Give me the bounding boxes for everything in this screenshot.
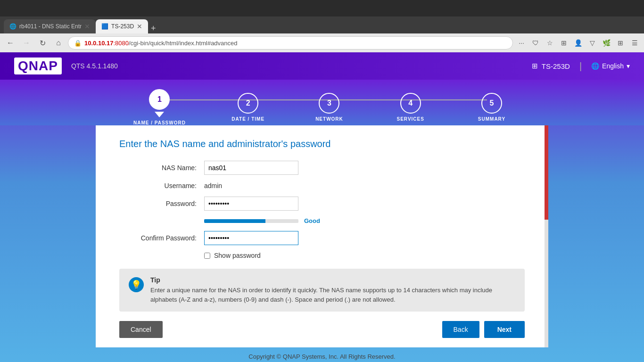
browser-chrome bbox=[0, 0, 644, 16]
security-icon: 🔒 bbox=[74, 40, 82, 47]
step-1: 1 NAME / PASSWORD bbox=[133, 89, 186, 125]
reload-button[interactable]: ↻ bbox=[36, 36, 49, 49]
password-field bbox=[204, 197, 525, 211]
copyright-text: Copyright © QNAP Systems, Inc. All Right… bbox=[0, 347, 644, 362]
tip-icon: 💡 bbox=[129, 277, 144, 292]
language-text: English bbox=[602, 62, 624, 70]
step-4-circle: 4 bbox=[400, 93, 421, 114]
menu-icon[interactable]: ☰ bbox=[629, 37, 640, 49]
username-value: admin bbox=[204, 182, 222, 189]
tab-close-icon[interactable]: ✕ bbox=[84, 23, 90, 30]
confirm-password-label: Confirm Password: bbox=[119, 234, 204, 242]
building-icon: ⊞ bbox=[532, 62, 538, 70]
qnap-header: QNAP QTS 4.5.1.1480 ⊞ TS-253D | 🌐 Englis… bbox=[0, 52, 644, 80]
language-selector[interactable]: 🌐 English ▾ bbox=[591, 62, 630, 70]
nas-name-row: NAS Name: bbox=[119, 161, 525, 175]
show-password-checkbox[interactable] bbox=[204, 253, 210, 259]
globe-icon: 🌐 bbox=[591, 62, 599, 70]
main-panel: Enter the NAS name and administrator's p… bbox=[96, 125, 548, 347]
footer-buttons: Cancel Back Next bbox=[96, 312, 548, 347]
password-row: Password: bbox=[119, 197, 525, 211]
new-tab-button[interactable]: + bbox=[151, 24, 156, 33]
form-title: Enter the NAS name and administrator's p… bbox=[119, 139, 525, 149]
forward-nav-button[interactable]: → bbox=[20, 36, 33, 49]
password-input[interactable] bbox=[204, 197, 298, 211]
step-4-number: 4 bbox=[408, 99, 413, 107]
qts-version: QTS 4.5.1.1480 bbox=[71, 62, 118, 70]
strength-label: Good bbox=[304, 217, 320, 224]
wizard-steps: 1 NAME / PASSWORD 2 DATE / TIME 3 NETWOR… bbox=[0, 80, 644, 125]
step-4-label: SERVICES bbox=[397, 116, 424, 122]
strength-row: Good bbox=[119, 217, 525, 224]
step-3-label: NETWORK bbox=[315, 116, 343, 122]
strength-bar bbox=[204, 219, 265, 223]
nas-name-input[interactable] bbox=[204, 161, 298, 175]
header-right: ⊞ TS-253D | 🌐 English ▾ bbox=[532, 61, 630, 72]
tab-title-active: TS-253D bbox=[111, 23, 134, 30]
apps-icon[interactable]: ⊞ bbox=[615, 37, 626, 49]
step-5-label: SUMMARY bbox=[478, 116, 505, 122]
step-4: 4 SERVICES bbox=[392, 93, 429, 122]
step-5-number: 5 bbox=[490, 99, 494, 107]
address-text: 10.0.10.17:8080/cgi-bin/quick/html/index… bbox=[84, 40, 238, 47]
browser-nav: ← → ↻ ⌂ 🔒 10.0.10.17:8080/cgi-bin/quick/… bbox=[0, 33, 644, 52]
tip-title: Tip bbox=[150, 276, 515, 284]
step-5-circle: 5 bbox=[481, 93, 502, 114]
home-button[interactable]: ⌂ bbox=[52, 36, 65, 49]
address-path: /cgi-bin/quick/html/index.html#advanced bbox=[129, 40, 238, 47]
username-row: Username: admin bbox=[119, 181, 525, 190]
more-options-icon[interactable]: ··· bbox=[516, 37, 527, 49]
bookmark-icon[interactable]: ☆ bbox=[544, 37, 555, 49]
confirm-password-input[interactable] bbox=[204, 231, 298, 245]
step-3: 3 NETWORK bbox=[310, 93, 348, 122]
address-port: :8080 bbox=[113, 40, 129, 47]
device-name: ⊞ TS-253D bbox=[532, 62, 570, 70]
nas-name-field bbox=[204, 161, 525, 175]
confirm-password-row: Confirm Password: bbox=[119, 231, 525, 245]
step-1-circle: 1 bbox=[149, 89, 170, 110]
tab-active[interactable]: 🟦 TS-253D ✕ bbox=[96, 19, 148, 33]
confirm-password-field bbox=[204, 231, 525, 245]
extensions-icon: ⊞ bbox=[558, 37, 570, 49]
back-nav-button[interactable]: ← bbox=[4, 36, 17, 49]
misc-icon: 🌿 bbox=[601, 37, 612, 49]
vpn-icon: ▽ bbox=[586, 37, 598, 49]
next-button[interactable]: Next bbox=[484, 321, 525, 338]
qnap-logo: QNAP QTS 4.5.1.1480 bbox=[14, 58, 118, 74]
tab-bar: 🌐 rb4011 - DNS Static Entr ✕ 🟦 TS-253D ✕… bbox=[0, 16, 644, 33]
step-3-number: 3 bbox=[327, 99, 331, 107]
chevron-down-icon: ▾ bbox=[627, 62, 630, 70]
step-5: 5 SUMMARY bbox=[473, 93, 511, 122]
right-buttons: Back Next bbox=[442, 321, 525, 338]
strength-bar-container bbox=[204, 219, 298, 223]
step-1-label: NAME / PASSWORD bbox=[133, 120, 186, 125]
tab-inactive[interactable]: 🌐 rb4011 - DNS Static Entr ✕ bbox=[4, 19, 96, 33]
account-icon[interactable]: 👤 bbox=[572, 37, 584, 49]
cancel-button[interactable]: Cancel bbox=[119, 321, 163, 338]
form-panel: Enter the NAS name and administrator's p… bbox=[96, 125, 548, 312]
step-2-circle: 2 bbox=[238, 93, 258, 114]
tab-favicon: 🌐 bbox=[9, 23, 17, 30]
page-background: QNAP QTS 4.5.1.1480 ⊞ TS-253D | 🌐 Englis… bbox=[0, 52, 644, 362]
step-1-pointer bbox=[155, 112, 164, 117]
device-name-text: TS-253D bbox=[542, 62, 570, 70]
tip-box: 💡 Tip Enter a unique name for the NAS in… bbox=[119, 269, 525, 312]
show-password-label[interactable]: Show password bbox=[214, 252, 261, 259]
back-button[interactable]: Back bbox=[442, 321, 479, 338]
tab-title: rb4011 - DNS Static Entr bbox=[19, 23, 82, 30]
step-2-number: 2 bbox=[246, 99, 250, 107]
step-1-number: 1 bbox=[157, 95, 162, 104]
username-field: admin bbox=[204, 181, 525, 190]
username-label: Username: bbox=[119, 182, 204, 189]
address-bar[interactable]: 🔒 10.0.10.17:8080/cgi-bin/quick/html/ind… bbox=[68, 36, 513, 49]
scrollbar-thumb[interactable] bbox=[545, 125, 548, 220]
header-separator: | bbox=[579, 61, 582, 72]
tab-close-active-icon[interactable]: ✕ bbox=[137, 23, 142, 30]
steps-container: 1 NAME / PASSWORD 2 DATE / TIME 3 NETWOR… bbox=[133, 89, 511, 125]
tip-content: Tip Enter a unique name for the NAS in o… bbox=[150, 276, 515, 304]
qnap-logo-text: QNAP bbox=[14, 58, 62, 74]
step-2: 2 DATE / TIME bbox=[229, 93, 267, 122]
nav-icons: ··· 🛡 ☆ ⊞ 👤 ▽ 🌿 ⊞ ☰ bbox=[516, 37, 640, 49]
tab-favicon-active: 🟦 bbox=[101, 23, 108, 30]
step-3-circle: 3 bbox=[319, 93, 339, 114]
